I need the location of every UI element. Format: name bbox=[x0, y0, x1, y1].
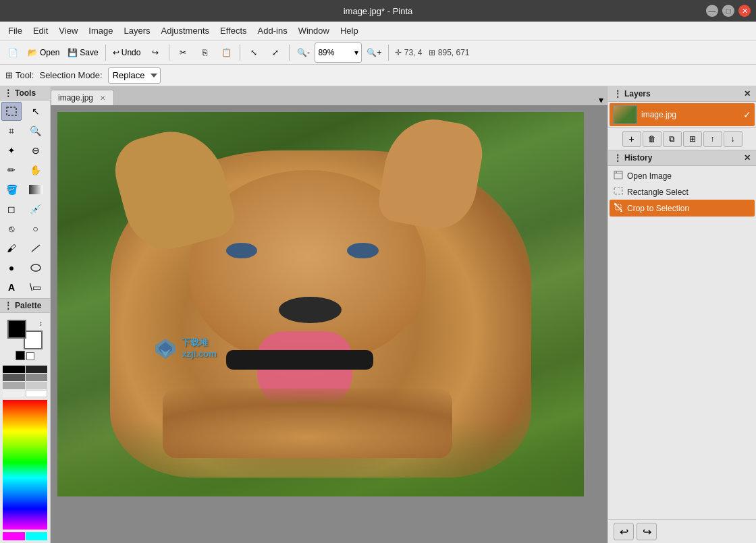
tool-shapes[interactable]: ● bbox=[1, 258, 22, 277]
gray-swatch-5[interactable] bbox=[26, 382, 48, 389]
tool-ellipse[interactable] bbox=[26, 258, 46, 277]
tool-eraser[interactable]: ◻ bbox=[1, 200, 22, 219]
zoom-icon: 🔍 bbox=[30, 125, 41, 136]
tab-scroll-right[interactable]: ▾ bbox=[595, 94, 608, 105]
menu-item-addins[interactable]: Add-ins bbox=[252, 24, 293, 38]
gray-swatch-0[interactable] bbox=[3, 366, 25, 373]
layer-down-button[interactable]: ↓ bbox=[724, 131, 742, 147]
tool-blur[interactable]: ○ bbox=[26, 219, 46, 238]
selection-mode-select[interactable]: Replace Add Subtract Intersect bbox=[108, 67, 161, 84]
minimize-button[interactable]: — bbox=[706, 5, 718, 17]
tool-clone[interactable]: ⎋ bbox=[1, 219, 22, 238]
tool-paintbucket[interactable]: 🪣 bbox=[1, 180, 22, 199]
tool-rectangle-select[interactable] bbox=[1, 102, 22, 121]
color-pick-icon: 💉 bbox=[30, 204, 41, 215]
gradient-icon bbox=[29, 185, 43, 194]
history-item-select-label: Rectangle Select bbox=[627, 188, 688, 197]
paste-button[interactable]: 📋 bbox=[216, 42, 236, 63]
tool-freeform[interactable]: \▭ bbox=[26, 278, 46, 297]
history-panel-header[interactable]: ⋮ History ✕ bbox=[608, 150, 756, 166]
layers-panel-header[interactable]: ⋮ Layers ✕ bbox=[608, 86, 756, 102]
pink-swatch[interactable] bbox=[3, 532, 25, 540]
maximize-button[interactable]: □ bbox=[722, 5, 734, 17]
gray-swatch-3[interactable] bbox=[26, 374, 48, 381]
foreground-color-box[interactable] bbox=[7, 320, 26, 339]
swap-colors-icon[interactable]: ↕ bbox=[39, 320, 43, 327]
rect-select-icon bbox=[614, 187, 623, 197]
close-button[interactable]: ✕ bbox=[738, 5, 751, 17]
new-button[interactable]: 📄 bbox=[3, 42, 23, 63]
history-item-select[interactable]: Rectangle Select bbox=[610, 184, 755, 200]
ellipse-icon bbox=[30, 263, 41, 273]
menu-item-view[interactable]: View bbox=[53, 24, 83, 38]
crop-button[interactable]: ⤡ bbox=[244, 42, 264, 63]
zoom-select[interactable]: 89% ▾ bbox=[315, 42, 362, 63]
gray-swatch-1[interactable] bbox=[26, 366, 48, 373]
duplicate-layer-icon: ⧉ bbox=[669, 134, 675, 144]
menu-item-window[interactable]: Window bbox=[293, 24, 335, 38]
layer-up-button[interactable]: ↑ bbox=[703, 131, 722, 147]
tools-grip-icon: ⋮ bbox=[4, 88, 12, 98]
gray-swatch-6[interactable] bbox=[3, 390, 25, 397]
menu-item-adjustments[interactable]: Adjustments bbox=[155, 24, 215, 38]
menu-item-file[interactable]: File bbox=[3, 24, 28, 38]
cyan-swatch[interactable] bbox=[26, 532, 48, 540]
menu-item-layers[interactable]: Layers bbox=[118, 24, 155, 38]
menu-item-effects[interactable]: Effects bbox=[215, 24, 252, 38]
tab-close-button[interactable]: ✕ bbox=[99, 94, 107, 102]
reset-colors-box[interactable] bbox=[16, 351, 25, 360]
reset-bg-box[interactable] bbox=[26, 352, 34, 360]
open-button[interactable]: 📂 Open bbox=[24, 42, 63, 63]
tool-text[interactable]: A bbox=[1, 278, 22, 297]
history-header-left: ⋮ History bbox=[614, 153, 652, 163]
tool-pencil[interactable]: ✏ bbox=[1, 161, 22, 179]
history-undo-button[interactable]: ↩ bbox=[614, 523, 634, 540]
cut-button[interactable]: ✂ bbox=[173, 42, 193, 63]
gray-swatch-2[interactable] bbox=[3, 374, 25, 381]
save-button[interactable]: 💾 Save bbox=[64, 42, 101, 63]
history-item-crop-label: Crop to Selection bbox=[627, 204, 689, 213]
tool-lasso[interactable]: ⌗ bbox=[1, 121, 22, 140]
menu-item-help[interactable]: Help bbox=[335, 24, 364, 38]
resize-button[interactable]: ⤢ bbox=[265, 42, 286, 63]
layer-visible-icon[interactable]: ✓ bbox=[743, 109, 751, 120]
palette-header: ⋮ Palette bbox=[0, 299, 50, 313]
tool-move[interactable]: ↖ bbox=[26, 102, 46, 121]
undo-button[interactable]: ↩ Undo bbox=[109, 42, 144, 63]
zoom-out-icon: ⊖ bbox=[32, 145, 40, 156]
merge-layer-button[interactable]: ⊞ bbox=[683, 131, 702, 147]
tool-color-pick[interactable]: 💉 bbox=[26, 200, 46, 219]
history-item-open[interactable]: Open Image bbox=[610, 167, 755, 184]
tool-zoom[interactable]: 🔍 bbox=[26, 121, 46, 140]
tool-pan[interactable]: ✋ bbox=[26, 161, 46, 179]
menu-item-edit[interactable]: Edit bbox=[28, 24, 53, 38]
color-gradient[interactable] bbox=[3, 400, 47, 530]
titlebar: image.jpg* - Pinta — □ ✕ bbox=[0, 0, 756, 22]
gray-swatch-7[interactable] bbox=[26, 390, 48, 397]
canvas-tab[interactable]: image.jpg ✕ bbox=[51, 90, 114, 105]
tool-brush[interactable]: 🖌 bbox=[1, 239, 22, 258]
delete-layer-button[interactable]: 🗑 bbox=[643, 131, 662, 147]
layer-item[interactable]: image.jpg ✓ bbox=[610, 103, 755, 126]
separator-2 bbox=[169, 45, 169, 61]
fg-bg-color-indicator: ↕ bbox=[7, 320, 43, 349]
gray-swatch-4[interactable] bbox=[3, 382, 25, 389]
tool-magic-wand[interactable]: ✦ bbox=[1, 141, 22, 160]
history-redo-button[interactable]: ↪ bbox=[637, 523, 657, 540]
add-layer-button[interactable]: + bbox=[622, 131, 641, 147]
tool-zoom-out[interactable]: ⊖ bbox=[26, 141, 46, 160]
copy-button[interactable]: ⎘ bbox=[194, 42, 215, 63]
tool-label: Tool: bbox=[16, 70, 34, 80]
canvas-viewport[interactable]: 下载堆 xzji.com bbox=[51, 105, 608, 543]
background-color-box[interactable] bbox=[24, 331, 43, 349]
duplicate-layer-button[interactable]: ⧉ bbox=[663, 131, 682, 147]
redo-button[interactable]: ↪ bbox=[145, 42, 165, 63]
zoom-plus-button[interactable]: 🔍+ bbox=[363, 42, 385, 63]
zoom-minus-button[interactable]: 🔍- bbox=[293, 42, 313, 63]
tool-line[interactable] bbox=[26, 239, 46, 258]
history-item-crop[interactable]: Crop to Selection bbox=[610, 200, 755, 217]
menu-item-image[interactable]: Image bbox=[83, 24, 118, 38]
tool-gradient[interactable] bbox=[26, 180, 46, 199]
tool-indicator: ⊞ Tool: bbox=[5, 70, 34, 80]
tools-header: ⋮ Tools bbox=[0, 86, 50, 101]
